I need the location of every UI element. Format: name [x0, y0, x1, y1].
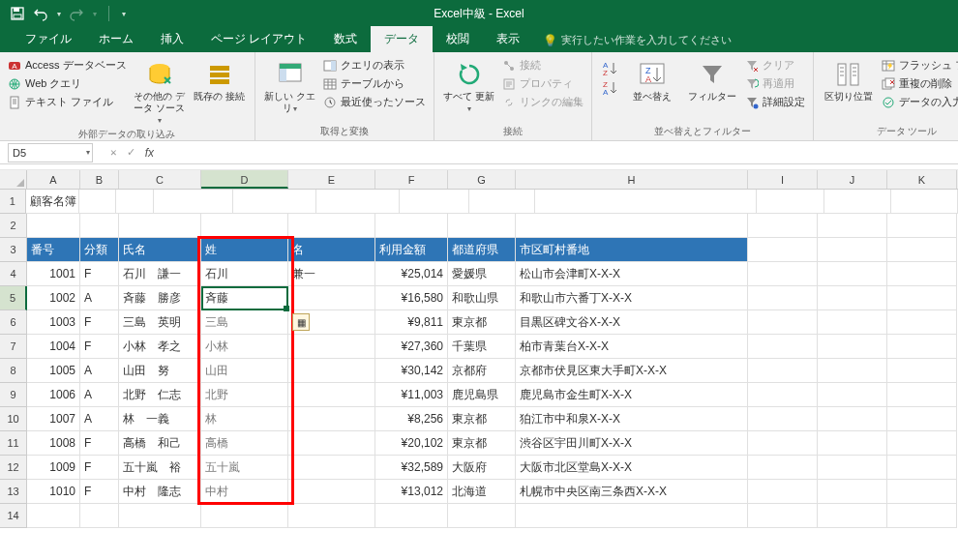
filter-button[interactable]: フィルター — [685, 56, 739, 103]
cell[interactable] — [27, 214, 80, 238]
cell[interactable]: 柏市青葉台X-X-X — [516, 335, 748, 359]
cell[interactable]: 林 一義 — [119, 407, 201, 431]
cell[interactable]: 五十嵐 裕 — [119, 456, 201, 480]
cell[interactable] — [748, 310, 818, 335]
cell[interactable]: 1005 — [27, 359, 80, 383]
cell[interactable] — [288, 214, 375, 238]
cell[interactable] — [818, 480, 887, 504]
cell[interactable]: 1006 — [27, 383, 80, 407]
cell[interactable] — [375, 504, 448, 528]
cell[interactable] — [375, 214, 448, 238]
cell[interactable]: F — [80, 456, 119, 480]
cell[interactable]: 松山市会津町X-X-X — [516, 262, 748, 286]
column-header-H[interactable]: H — [516, 170, 748, 189]
cell[interactable]: ¥8,256 — [375, 407, 448, 431]
reapply-button[interactable]: 再適用 — [745, 76, 805, 91]
cell[interactable] — [448, 504, 516, 528]
sort-asc-button[interactable]: AZ — [600, 60, 619, 77]
cell[interactable] — [887, 335, 957, 359]
row-header[interactable]: 11 — [0, 431, 27, 456]
cell[interactable]: 東京都 — [448, 407, 516, 431]
cell[interactable]: F — [80, 431, 119, 456]
cell[interactable]: F — [80, 335, 119, 359]
cell[interactable]: 1001 — [27, 262, 80, 286]
cell[interactable] — [288, 286, 375, 310]
cell[interactable]: 和歌山県 — [448, 286, 516, 310]
enter-icon[interactable]: ✓ — [127, 146, 135, 159]
cell[interactable] — [887, 286, 957, 310]
cell[interactable] — [887, 431, 957, 456]
cell[interactable] — [288, 480, 375, 504]
tab-file[interactable]: ファイル — [12, 26, 85, 52]
cell[interactable] — [748, 335, 818, 359]
cell[interactable]: 鹿児島市金生町X-X-X — [516, 383, 748, 407]
cell[interactable]: ¥16,580 — [375, 286, 448, 310]
cell[interactable]: 北野 仁志 — [119, 383, 201, 407]
cell[interactable] — [748, 214, 818, 238]
fx-icon[interactable]: fx — [145, 146, 154, 160]
column-header-F[interactable]: F — [375, 170, 448, 189]
formula-input[interactable] — [154, 143, 958, 162]
cell[interactable]: 小林 孝之 — [119, 335, 201, 359]
cell[interactable]: 名 — [288, 238, 375, 262]
cell[interactable] — [748, 238, 818, 262]
cell[interactable]: 大阪府 — [448, 456, 516, 480]
cell[interactable] — [887, 480, 957, 504]
cell[interactable]: 北海道 — [448, 480, 516, 504]
row-header[interactable]: 1 — [0, 190, 26, 214]
name-box[interactable]: D5▾ — [8, 143, 93, 162]
cell[interactable]: ¥20,102 — [375, 431, 448, 456]
cell[interactable]: 五十嵐 — [201, 456, 288, 480]
flash-fill-button[interactable]: フラッシュ フィル — [882, 58, 958, 73]
cell[interactable] — [535, 190, 758, 214]
cell[interactable]: 高橋 和己 — [119, 431, 201, 456]
cell[interactable] — [818, 359, 887, 383]
cell[interactable] — [748, 431, 818, 456]
cell[interactable]: 1004 — [27, 335, 80, 359]
cell[interactable]: 兼一 — [288, 262, 375, 286]
cell[interactable]: 京都府 — [448, 359, 516, 383]
cell[interactable] — [748, 383, 818, 407]
cell[interactable]: ¥30,142 — [375, 359, 448, 383]
cell[interactable] — [288, 383, 375, 407]
spreadsheet-grid[interactable]: ABCDEFGHIJK 1顧客名簿23番号分類氏名姓名利用金額都道府県市区町村番… — [0, 170, 958, 528]
cell[interactable]: 中村 — [201, 480, 288, 504]
cell[interactable]: 愛媛県 — [448, 262, 516, 286]
row-header[interactable]: 4 — [0, 262, 27, 286]
cell[interactable]: 1008 — [27, 431, 80, 456]
cell[interactable]: 千葉県 — [448, 335, 516, 359]
recent-sources-button[interactable]: 最近使ったソース — [323, 95, 426, 109]
cell[interactable]: 番号 — [27, 238, 80, 262]
cell[interactable] — [887, 504, 957, 528]
cell[interactable]: F — [80, 262, 119, 286]
cell[interactable]: 石川 — [201, 262, 288, 286]
cell[interactable] — [201, 214, 288, 238]
row-header[interactable]: 2 — [0, 214, 27, 238]
cell[interactable] — [748, 359, 818, 383]
cell[interactable] — [748, 262, 818, 286]
cell[interactable] — [887, 407, 957, 431]
row-header[interactable]: 9 — [0, 383, 27, 407]
cell[interactable]: A — [80, 383, 119, 407]
cell[interactable]: ¥32,589 — [375, 456, 448, 480]
cell[interactable] — [748, 286, 818, 310]
cell[interactable]: 1003 — [27, 310, 80, 335]
cell[interactable] — [288, 431, 375, 456]
cell[interactable] — [748, 456, 818, 480]
cell[interactable]: 小林 — [201, 335, 288, 359]
row-header[interactable]: 6 — [0, 310, 27, 335]
tab-review[interactable]: 校閲 — [433, 26, 483, 52]
refresh-all-button[interactable]: すべて 更新▾ — [442, 56, 496, 114]
cell[interactable] — [887, 238, 957, 262]
cell[interactable] — [757, 190, 823, 214]
column-header-G[interactable]: G — [448, 170, 516, 189]
row-header[interactable]: 10 — [0, 407, 27, 431]
select-all-corner[interactable] — [0, 170, 27, 190]
row-header[interactable]: 8 — [0, 359, 27, 383]
cell[interactable]: 札幌市中央区南三条西X-X-X — [516, 480, 748, 504]
cell[interactable]: 和歌山市六番丁X-X-X — [516, 286, 748, 310]
column-header-I[interactable]: I — [748, 170, 818, 189]
column-header-B[interactable]: B — [80, 170, 119, 189]
cell[interactable]: 三島 英明 — [119, 310, 201, 335]
cell[interactable]: 利用金額 — [375, 238, 448, 262]
